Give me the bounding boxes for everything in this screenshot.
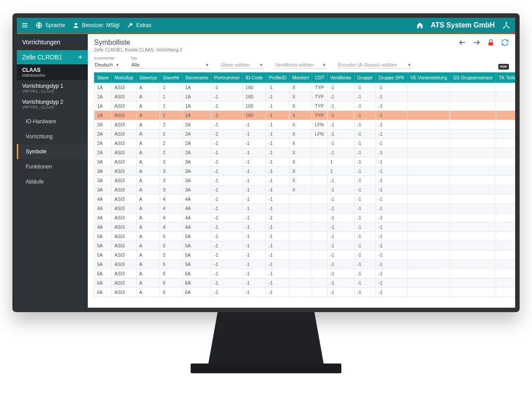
table-cell: ASI3 <box>112 157 137 167</box>
sidebar-nav-item[interactable]: Symbole <box>17 144 88 159</box>
table-cell: 5A <box>94 250 112 260</box>
table-cell: X <box>289 111 312 120</box>
table-row[interactable]: 4AASI3A44A-1-1-1-1-1-1-1 <box>94 213 516 223</box>
table-header[interactable]: SlaveNr <box>160 73 182 83</box>
table-row[interactable]: 6AASI3A66A-1-1-1-1-1-1-1 <box>94 269 516 278</box>
filter-typ-label: Typ <box>130 56 210 60</box>
table-cell: -1 <box>266 129 289 139</box>
sidebar-nav-item[interactable]: Abläufe <box>17 174 88 189</box>
table-row[interactable]: 2AASI3A22A-1-1-1XLFN-1-1-1-1 <box>94 129 516 139</box>
sidebar-nav-item[interactable]: IO-Hardware <box>17 114 88 129</box>
table-row[interactable]: 2AASI3A22A-1-1-1XLFN-1-1-1-1 <box>94 120 516 129</box>
table-row[interactable]: 4AASI3A44A-1-1-1-1-1-1-1 <box>94 223 516 232</box>
home-button[interactable] <box>416 22 423 29</box>
table-header[interactable]: Slavetyp <box>136 73 160 83</box>
table-cell <box>407 102 450 111</box>
table-row[interactable]: 3AASI3A33A-1-1-1X-1-1-1-1 <box>94 185 516 195</box>
table-cell: -1 <box>327 288 354 297</box>
language-menu[interactable]: Sprache <box>35 22 65 29</box>
sidebar-vt2[interactable]: Vorrichtungstyp 2 VRTYP2 , CLAAS <box>17 96 88 112</box>
table-row[interactable]: 3AASI3A33A-1-1-1X-1-1-1-1 <box>94 176 516 185</box>
table-row[interactable]: 2AASI3A22A-1-1-1X-1-1-1-1 <box>94 139 516 148</box>
sidebar-nav-item[interactable]: Funktionen <box>17 159 88 174</box>
table-header[interactable]: Portnummer <box>211 73 243 83</box>
filter-encoder[interactable]: Encoder (A-Slaves) wählen▼ <box>337 61 412 69</box>
refresh-button[interactable] <box>501 39 509 47</box>
table-header[interactable]: Montiert <box>289 73 312 83</box>
user-menu[interactable]: Benutzer: MSigl <box>72 22 120 29</box>
table-row[interactable]: 3AASI3A33A-1-1-1X1-1-1-1 <box>94 157 516 167</box>
table-scroll[interactable]: SlaveModultypSlavetypSlaveNrSlavenamePor… <box>88 72 515 308</box>
table-cell: -1 <box>327 232 354 241</box>
table-cell: -1 <box>243 120 266 129</box>
table-cell: X <box>289 157 312 167</box>
extras-menu[interactable]: Extras <box>126 22 151 29</box>
table-header[interactable]: ID-Code <box>243 73 266 83</box>
sidebar-vt1[interactable]: Vorrichtungstyp 1 VRTYP1 , CLAAS <box>17 80 88 96</box>
table-cell <box>312 288 328 297</box>
table-row[interactable]: 3AASI3A33A-1-1-1X1-1-1-1 <box>94 167 516 176</box>
lock-button[interactable] <box>487 39 495 47</box>
table-row[interactable]: 1AASI3A11A-1160-1XTYP-1-1-1-1 <box>94 92 516 102</box>
table-row[interactable]: 6AASI3A66A-1-1-1-1-1-1-1 <box>94 278 516 288</box>
table-row[interactable]: 4AASI3A44A-1-1-1-1-1-1-1 <box>94 204 516 213</box>
table-header[interactable]: Slavename <box>182 73 211 83</box>
plus-icon[interactable]: + <box>78 54 82 60</box>
table-cell <box>450 250 496 260</box>
filter-kommentar-label: Kommentar <box>94 56 121 60</box>
filter-typ[interactable]: Typ Alle▼ <box>130 56 210 69</box>
table-header[interactable]: Ventilkreis <box>327 73 354 83</box>
table-row[interactable]: 4AASI3A44A-1-1-1-1-1-1-1 <box>94 195 516 204</box>
table-header[interactable]: TK Teilekontrolle <box>496 73 515 83</box>
table-header[interactable]: ProfileID <box>266 73 289 83</box>
table-row[interactable]: 2AASI3A22A-1-1-1X-1-1-1-1 <box>94 148 516 157</box>
table-cell <box>407 232 450 241</box>
table-header[interactable]: Modultyp <box>112 73 137 83</box>
table-cell: -1 <box>327 195 354 204</box>
table-cell: -1 <box>327 241 354 250</box>
table-cell: A <box>136 278 160 288</box>
filter-ventil[interactable]: Ventilkreis wählen▼ <box>274 61 327 69</box>
table-cell <box>289 241 312 250</box>
table-row[interactable]: 5AASI3A55A-1-1-1-1-1-1-1 <box>94 260 516 269</box>
nav-back-button[interactable] <box>458 39 466 47</box>
menu-button[interactable] <box>21 22 28 29</box>
table-cell: X <box>289 167 312 176</box>
table-cell: 5 <box>160 250 182 260</box>
table-row[interactable]: 5AASI3A55A-1-1-1-1-1-1-1 <box>94 250 516 260</box>
table-cell: A <box>136 260 160 269</box>
table-cell: -1 <box>354 139 376 148</box>
cell-selector[interactable]: Zelle CLROB1 + <box>17 50 88 64</box>
table-header[interactable]: VE Voreinstellung <box>407 73 450 83</box>
table-cell: 4 <box>160 204 182 213</box>
table-row[interactable]: 5AASI3A55A-1-1-1-1-1-1-1 <box>94 241 516 250</box>
nav-forward-button[interactable] <box>473 39 481 47</box>
table-cell: 5 <box>160 241 182 250</box>
table-cell: ASI3 <box>112 185 137 195</box>
table-cell: -1 <box>354 241 376 250</box>
sidebar-group[interactable]: CLAAS Mähdrescher <box>17 64 88 80</box>
table-cell: -1 <box>266 167 289 176</box>
table-header[interactable]: Slave <box>94 73 112 83</box>
table-cell: -1 <box>211 92 243 102</box>
table-row[interactable]: 1AASI3A11A-1160-1XTYP-1-1-1-1 <box>94 102 516 111</box>
table-header[interactable]: CDT <box>312 73 328 83</box>
filter-kommentar[interactable]: Kommentar Deutsch▼ <box>94 56 121 69</box>
table-cell: 1A <box>182 102 211 111</box>
table-header[interactable]: Gruppe SPK <box>376 73 407 83</box>
table-cell: A <box>136 83 160 92</box>
table-row[interactable]: 5AASI3A55A-1-1-1-1-1-1-1 <box>94 232 516 241</box>
table-row[interactable]: 1AASI3A11A-1160-1XTYP-1-1-1-1 <box>94 111 516 120</box>
screen: Sprache Benutzer: MSigl Extras ATS <box>17 18 515 308</box>
table-row[interactable]: 1AASI3A11A-1160-1XTYP-1-1-1-1 <box>94 83 516 92</box>
export-pdf-button[interactable]: PDF <box>498 64 509 70</box>
sidebar-nav-item[interactable]: Vorrichtung <box>17 129 88 144</box>
table-row[interactable]: 6AASI3A66A-1-1-1-1-1-1-1 <box>94 288 516 297</box>
chevron-down-icon: ▼ <box>259 63 263 67</box>
filter-slave[interactable]: Slave wählen▼ <box>220 61 264 69</box>
table-header[interactable]: Gruppe <box>354 73 376 83</box>
table-cell: 1 <box>327 157 354 167</box>
table-cell: -1 <box>327 148 354 157</box>
table-cell: -1 <box>354 250 376 260</box>
table-header[interactable]: GS Gruppensensor <box>450 73 496 83</box>
